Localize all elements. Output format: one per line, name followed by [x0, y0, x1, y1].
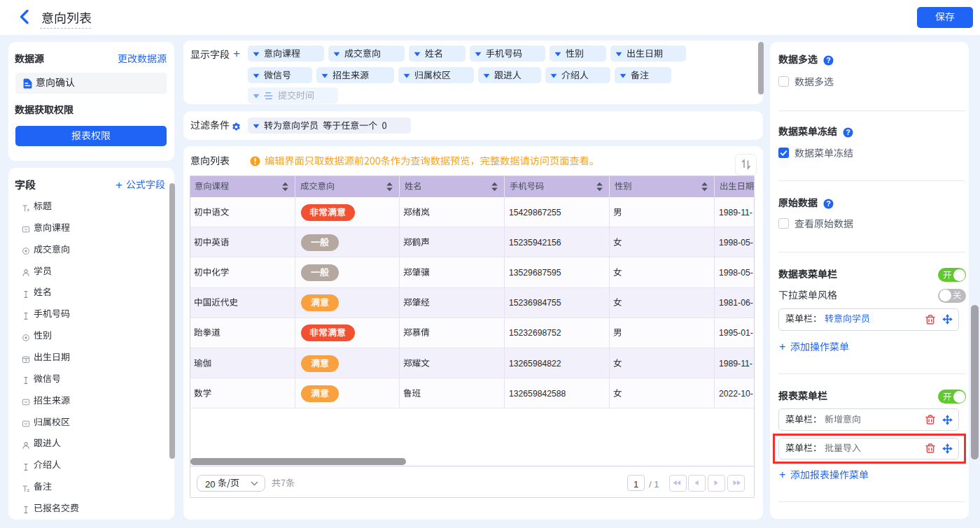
svg-text:?: ? [826, 56, 830, 64]
svg-text:?: ? [846, 128, 850, 136]
svg-text:?: ? [826, 199, 830, 208]
